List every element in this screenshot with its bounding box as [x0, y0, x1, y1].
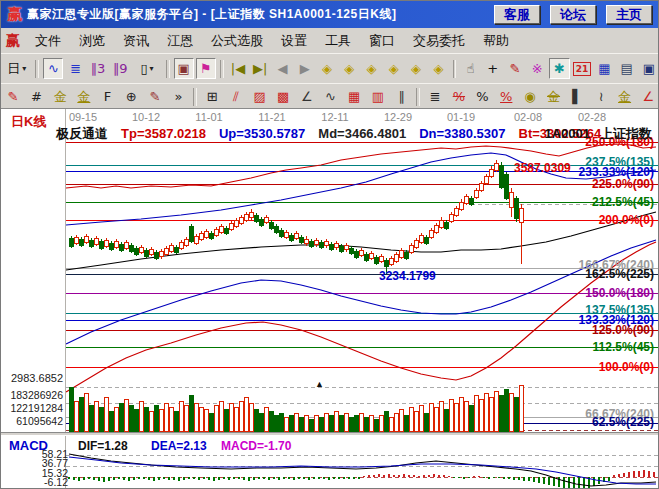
menu-item-4[interactable]: 公式选股	[202, 29, 272, 53]
kline-style-button[interactable]: 日▾	[2, 58, 31, 79]
diamond-expand-h-button[interactable]: ◈	[406, 58, 426, 79]
compass-tool-button[interactable]: ※	[527, 58, 547, 79]
pane-separator[interactable]	[1, 432, 659, 436]
f-grid-icon: F	[104, 90, 111, 103]
diamond-expand-v-icon: ◈	[433, 62, 443, 75]
channel-flag-button[interactable]: ⚑	[196, 58, 216, 79]
candle-pen-button[interactable]: ▌	[566, 86, 588, 107]
wave-tool-button[interactable]: ≀	[590, 86, 612, 107]
percent-strike-button[interactable]: %	[448, 86, 470, 107]
zigzag-button[interactable]: ∿	[320, 86, 342, 107]
diamond-expand-v-button[interactable]: ◈	[428, 58, 448, 79]
draw-line-tool-icon: ✎	[510, 62, 521, 75]
gold-strike-icon: 金	[547, 90, 560, 103]
draw-line-tool-button[interactable]: ✎	[505, 58, 525, 79]
notes-icon: ▤	[620, 62, 632, 75]
candle-style-button[interactable]: ▯▾	[132, 58, 161, 79]
indicator-panel-button[interactable]: ▣	[174, 58, 194, 79]
calculator-button[interactable]: ▦	[594, 58, 614, 79]
gold-strike-button[interactable]: 金	[543, 86, 565, 107]
gold-grid-b-button[interactable]: 金	[73, 86, 95, 107]
trend-chart-button[interactable]: ∿	[43, 58, 63, 79]
price-bars-button[interactable]: ≣	[424, 86, 446, 107]
f-grid-button[interactable]: F	[97, 86, 119, 107]
menu-item-3[interactable]: 江恩	[158, 29, 202, 53]
channel-md-value: Md=3466.4801	[318, 126, 406, 141]
angle-lines-button[interactable]: ∠	[296, 86, 318, 107]
chart-area: 日K线 09-1510-1211-0111-2112-1112-2901-190…	[1, 108, 659, 489]
grid-window-button[interactable]: ⊞	[201, 86, 223, 107]
menu-item-8[interactable]: 交易委托	[404, 29, 474, 53]
diamond-shift-right-button[interactable]: ◈	[317, 58, 337, 79]
customer-service-button[interactable]: 客服	[494, 5, 540, 24]
price-scale-label: 2983.6852	[11, 372, 63, 384]
calendar-button[interactable]: 21	[572, 58, 593, 79]
pattern-box-button[interactable]: ▩	[272, 86, 294, 107]
cloud-indicator-button[interactable]: ✱	[549, 58, 569, 79]
menu-item-9[interactable]: 帮助	[474, 29, 518, 53]
diamond-compress-button[interactable]: ◈	[361, 58, 381, 79]
crosshair-tool-button[interactable]: +	[483, 58, 503, 79]
quote-list-button[interactable]: ≣	[65, 58, 85, 79]
annotate-pen-button[interactable]: ✎	[144, 86, 166, 107]
menu-item-0[interactable]: 文件	[26, 29, 70, 53]
trend-chart-icon: ∿	[48, 62, 59, 75]
last-page-button[interactable]: ▶|	[250, 58, 270, 79]
more-tools-button[interactable]: »	[168, 86, 190, 107]
red-grid-b-icon: ▥	[372, 90, 384, 103]
indicator-header: 极反通道Tp=3587.0218Up=3530.5787Md=3466.4801…	[56, 125, 614, 143]
gann-wheel-icon: ⊕	[126, 90, 137, 103]
diamond-shift-right-icon: ◈	[322, 62, 332, 75]
menu-item-1[interactable]: 浏览	[70, 29, 114, 53]
gann-wheel-button[interactable]: ⊕	[120, 86, 142, 107]
gann-label-62_5225: 62.5%(225)	[592, 415, 654, 429]
multiday-9-button[interactable]: ∥9	[110, 58, 130, 79]
hand-tool-button[interactable]: ☝	[460, 58, 480, 79]
menu-item-2[interactable]: 资讯	[114, 29, 158, 53]
gold-underline-button[interactable]: 金	[614, 86, 636, 107]
menu-item-6[interactable]: 工具	[316, 29, 360, 53]
diamond-shift-left-button[interactable]: ◈	[339, 58, 359, 79]
menu-item-7[interactable]: 窗口	[360, 29, 404, 53]
gann-grid-button[interactable]: #	[26, 86, 48, 107]
symbol-code: 1A0001	[544, 126, 590, 141]
next-page-button[interactable]: ▶	[295, 58, 315, 79]
multiday-9-icon: ∥9	[113, 62, 128, 75]
pattern-box-icon: ▩	[277, 90, 289, 103]
prev-page-button[interactable]: ◀	[272, 58, 292, 79]
parallel-lines-button[interactable]: ∥	[391, 86, 413, 107]
red-grid-a-button[interactable]: ▦	[343, 86, 365, 107]
home-button[interactable]: 主页	[606, 5, 652, 24]
title-bar[interactable]: 赢 赢家江恩专业版[赢家服务平台] - [上证指数 SH1A0001-125日K…	[1, 1, 659, 28]
notes-button[interactable]: ▤	[616, 58, 636, 79]
red-grid-a-icon: ▦	[348, 90, 360, 103]
percent-line-button[interactable]: %	[495, 86, 517, 107]
menu-item-5[interactable]: 设置	[272, 29, 316, 53]
draw-brush-button[interactable]: ✎	[2, 86, 24, 107]
angle-tool-button[interactable]: ∠	[637, 86, 659, 107]
gold-circle-button[interactable]: ◉	[519, 86, 541, 107]
calendar-icon: 21	[573, 62, 592, 76]
menu-logo-icon: 赢	[6, 32, 20, 50]
app-window: 赢 赢家江恩专业版[赢家服务平台] - [上证指数 SH1A0001-125日K…	[0, 0, 659, 489]
gann-label-200_00: 200.0%(0)	[599, 213, 654, 227]
gold-grid-a-button[interactable]: 金	[49, 86, 71, 107]
gold-circle-icon: ◉	[524, 90, 535, 103]
candle-style-icon: ▯	[140, 62, 147, 75]
red-grid-b-button[interactable]: ▥	[367, 86, 389, 107]
diamond-close-button[interactable]: ◈	[384, 58, 404, 79]
fan-box-button[interactable]: ▨	[249, 86, 271, 107]
multiday-3-button[interactable]: ∥3	[88, 58, 108, 79]
macd-hist-value: MACD=-1.70	[221, 439, 291, 453]
last-page-icon: ▶|	[253, 62, 267, 75]
angle-lines-icon: ∠	[301, 90, 313, 103]
save-button[interactable]: ▣	[639, 58, 659, 79]
app-logo-icon: 赢	[7, 5, 22, 24]
gann-fan-button[interactable]: ⫽	[225, 86, 247, 107]
toolbar-separator	[220, 60, 224, 78]
gann-label-112_545: 112.5%(45)	[593, 340, 654, 354]
gold-grid-b-icon: 金	[77, 90, 90, 103]
percent-button[interactable]: %	[472, 86, 494, 107]
first-page-button[interactable]: |◀	[228, 58, 248, 79]
forum-button[interactable]: 论坛	[550, 5, 596, 24]
